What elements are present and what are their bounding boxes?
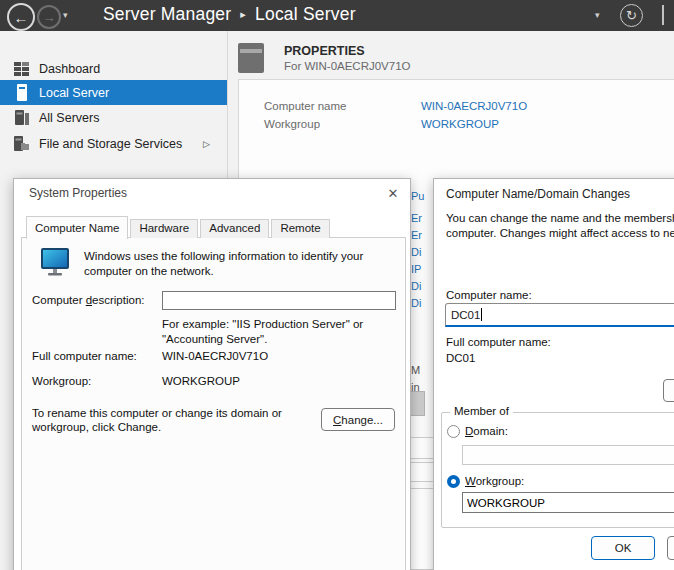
clipped-field [409, 488, 435, 570]
tab-remote[interactable]: Remote [271, 219, 329, 238]
dialog-title: Computer Name/Domain Changes [446, 187, 630, 201]
tab-hardware[interactable]: Hardware [130, 219, 198, 238]
description-example-text: For example: "IIS Production Server" or … [162, 317, 404, 347]
computer-name-tab-page: Windows uses the following information t… [21, 237, 406, 570]
computer-name-value: DC01 [451, 309, 480, 321]
tab-computer-name[interactable]: Computer Name [26, 216, 128, 239]
back-button[interactable]: ← [7, 3, 35, 31]
refresh-button[interactable]: ↻ [620, 4, 643, 27]
manage-dropdown-caret-icon[interactable]: ▾ [595, 10, 600, 20]
workgroup-radio[interactable] [447, 475, 460, 488]
tab-strip: Computer Name Hardware Advanced Remote [26, 215, 332, 238]
dashboard-icon [13, 60, 30, 77]
system-properties-dialog: System Properties ✕ Computer Name Hardwa… [13, 178, 411, 570]
clipped-link-text: IP [411, 263, 421, 275]
properties-heading: PROPERTIES [284, 44, 365, 58]
nav-dropdown-caret-icon[interactable]: ▾ [63, 10, 68, 20]
scrollbar-thumb[interactable] [410, 391, 425, 416]
dialog-intro-line2: computer. Changes might affect access to… [446, 227, 674, 239]
topbar-divider [662, 5, 664, 25]
workgroup-radio-label: Workgroup: [465, 475, 524, 487]
workgroup-value: WORKGROUP [162, 375, 240, 387]
refresh-icon: ↻ [626, 8, 637, 23]
domain-radio-label: Domain: [465, 425, 508, 437]
workgroup-input[interactable] [462, 492, 674, 513]
dialog-title: System Properties [29, 186, 127, 200]
close-icon[interactable]: ✕ [384, 184, 402, 202]
property-label: Workgroup [264, 118, 320, 130]
computer-name-input[interactable]: DC01 [445, 303, 674, 327]
domain-input[interactable] [462, 445, 674, 465]
forward-icon: → [43, 10, 56, 25]
properties-tile-icon [238, 43, 264, 73]
computer-description-label: Computer description: [32, 294, 145, 306]
sidebar-item-label: All Servers [39, 111, 99, 125]
workgroup-label: Workgroup: [32, 375, 91, 387]
sidebar-item-file-storage-services[interactable]: File and Storage Services ▷ [0, 132, 227, 155]
full-computer-name-label: Full computer name: [446, 336, 551, 348]
workgroup-link[interactable]: WORKGROUP [421, 118, 499, 130]
computer-monitor-icon [40, 248, 70, 278]
forward-button[interactable]: → [37, 5, 61, 29]
computer-name-domain-changes-dialog: Computer Name/Domain Changes You can cha… [433, 178, 674, 570]
file-storage-icon [13, 135, 30, 152]
topbar: ← → ▾ Server Manager▸Local Server ▾ ↻ [0, 0, 674, 31]
more-button-partial[interactable] [663, 379, 674, 402]
servers-icon [13, 109, 30, 126]
full-computer-name-value: DC01 [446, 352, 475, 364]
expand-chevron-icon[interactable]: ▷ [203, 139, 210, 149]
sidebar-item-label: File and Storage Services [39, 137, 182, 151]
clipped-field [409, 437, 435, 459]
server-icon [13, 84, 30, 101]
dialog-intro-line1: You can change the name and the membersh… [446, 212, 674, 224]
sidebar-item-label: Dashboard [39, 62, 100, 76]
breadcrumb-page: Local Server [255, 4, 356, 24]
clipped-link-text: Er [411, 229, 422, 241]
member-of-label: Member of [450, 405, 513, 417]
change-button[interactable]: Change... [321, 408, 395, 431]
breadcrumb: Server Manager▸Local Server [103, 4, 356, 25]
cancel-button-partial[interactable] [667, 536, 674, 560]
text-cursor [481, 308, 482, 321]
tab-advanced[interactable]: Advanced [200, 219, 269, 238]
back-icon: ← [14, 9, 29, 26]
breadcrumb-arrow-icon: ▸ [240, 8, 246, 20]
breadcrumb-app[interactable]: Server Manager [103, 4, 231, 24]
sidebar-item-all-servers[interactable]: All Servers [0, 106, 227, 129]
property-label: Computer name [264, 100, 346, 112]
computer-name-link[interactable]: WIN-0AECRJ0V71O [421, 100, 527, 112]
sidebar-item-dashboard[interactable]: Dashboard [0, 57, 227, 80]
clipped-link-text: Pu [411, 190, 424, 202]
rename-hint-text: To rename this computer or change its do… [32, 406, 317, 434]
clipped-link-text: Er [411, 212, 422, 224]
sidebar-item-label: Local Server [39, 86, 109, 100]
properties-subheading: For WIN-0AECRJ0V71O [284, 60, 411, 72]
clipped-link-text: Di [411, 246, 421, 258]
clipped-link-text: Di [411, 280, 421, 292]
clipped-text: M [411, 364, 420, 376]
dialog-intro-text: Windows uses the following information t… [84, 249, 410, 279]
computer-name-label: Computer name: [446, 289, 532, 301]
clipped-field [409, 462, 435, 482]
full-computer-name-label: Full computer name: [32, 350, 137, 362]
computer-description-input[interactable] [162, 291, 396, 310]
clipped-link-text: Di [411, 297, 421, 309]
full-computer-name-value: WIN-0AECRJ0V71O [162, 350, 268, 362]
ok-button[interactable]: OK [591, 536, 655, 560]
domain-radio[interactable] [447, 425, 460, 438]
sidebar-item-local-server[interactable]: Local Server [0, 80, 227, 105]
